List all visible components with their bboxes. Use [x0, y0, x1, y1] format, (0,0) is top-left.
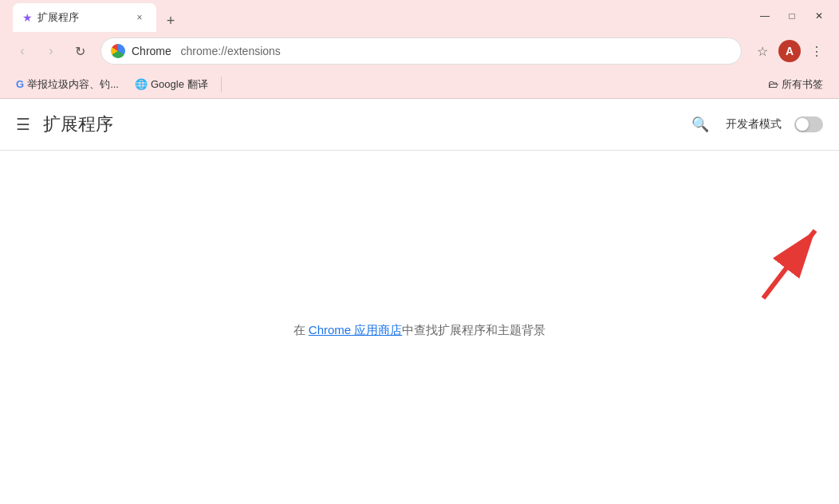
more-icon: ⋮ [810, 44, 823, 59]
bookmarks-divider [221, 77, 222, 93]
search-icon: 🔍 [691, 116, 709, 133]
address-bar[interactable]: Chrome chrome://extensions [100, 37, 742, 65]
refresh-icon: ↻ [75, 44, 85, 59]
hamburger-menu-icon[interactable]: ☰ [16, 115, 30, 134]
tab-strip: ★ 扩展程序 × + [13, 0, 182, 32]
close-button[interactable]: ✕ [809, 6, 829, 26]
active-tab[interactable]: ★ 扩展程序 × [13, 3, 156, 32]
forward-icon: › [49, 44, 53, 58]
bookmark-star-button[interactable]: ☆ [750, 38, 775, 64]
bookmark-google-icon: G [16, 78, 24, 90]
empty-prefix: 在 [293, 323, 309, 337]
title-bar: ★ 扩展程序 × + — □ ✕ [0, 0, 839, 32]
developer-mode-label: 开发者模式 [726, 117, 782, 132]
back-button[interactable]: ‹ [10, 38, 35, 64]
new-tab-button[interactable]: + [160, 10, 182, 32]
bookmark-item-translate[interactable]: 🌐 Google 翻译 [128, 74, 215, 95]
bookmarks-right: 🗁 所有书签 [762, 74, 829, 95]
main-content: 在 Chrome 应用商店中查找扩展程序和主题背景 [0, 151, 839, 504]
bookmark-item-report[interactable]: G 举报垃圾内容、钓... [10, 74, 125, 95]
page-title: 扩展程序 [43, 112, 687, 136]
page-header: ☰ 扩展程序 🔍 开发者模式 [0, 99, 839, 151]
bookmark-report-label: 举报垃圾内容、钓... [27, 77, 119, 92]
developer-mode-toggle[interactable] [794, 116, 823, 132]
nav-right: ☆ A ⋮ [750, 38, 829, 64]
tab-title: 扩展程序 [37, 10, 128, 25]
refresh-button[interactable]: ↻ [67, 38, 93, 64]
address-path: chrome://extensions [175, 45, 281, 57]
chrome-logo-icon [111, 44, 125, 58]
more-options-button[interactable]: ⋮ [804, 38, 829, 64]
chrome-store-link[interactable]: Chrome 应用商店 [309, 323, 403, 337]
maximize-button[interactable]: □ [782, 6, 802, 26]
tab-extension-icon: ★ [22, 11, 33, 24]
avatar[interactable]: A [778, 40, 801, 62]
bookmarks-bar: G 举报垃圾内容、钓... 🌐 Google 翻译 🗁 所有书签 [0, 70, 839, 99]
empty-message: 在 Chrome 应用商店中查找扩展程序和主题背景 [293, 323, 546, 338]
address-origin: Chrome [132, 45, 171, 57]
bookmark-translate-icon: 🌐 [135, 78, 148, 90]
all-bookmarks-label: 所有书签 [782, 77, 823, 92]
avatar-initial: A [786, 45, 794, 57]
bookmark-translate-label: Google 翻译 [151, 77, 208, 92]
minimize-button[interactable]: — [754, 6, 775, 26]
page-content: ☰ 扩展程序 🔍 开发者模式 在 Chrome 应用商店中查找扩展程序和主题背景 [0, 99, 839, 504]
back-icon: ‹ [20, 44, 24, 58]
tab-close-button[interactable]: × [132, 10, 147, 25]
address-text: Chrome chrome://extensions [132, 45, 281, 57]
all-bookmarks-button[interactable]: 🗁 所有书签 [762, 74, 829, 95]
nav-bar: ‹ › ↻ Chrome chrome://extensions ☆ A ⋮ [0, 32, 839, 70]
empty-suffix: 中查找扩展程序和主题背景 [402, 323, 546, 337]
header-right: 🔍 开发者模式 [687, 112, 823, 137]
window-controls: — □ ✕ [754, 6, 833, 26]
forward-button[interactable]: › [38, 38, 64, 64]
search-button[interactable]: 🔍 [687, 112, 713, 137]
title-bar-left: ★ 扩展程序 × + [6, 0, 754, 32]
toggle-knob [796, 118, 809, 131]
folder-icon: 🗁 [768, 78, 778, 90]
star-icon: ☆ [757, 44, 768, 59]
